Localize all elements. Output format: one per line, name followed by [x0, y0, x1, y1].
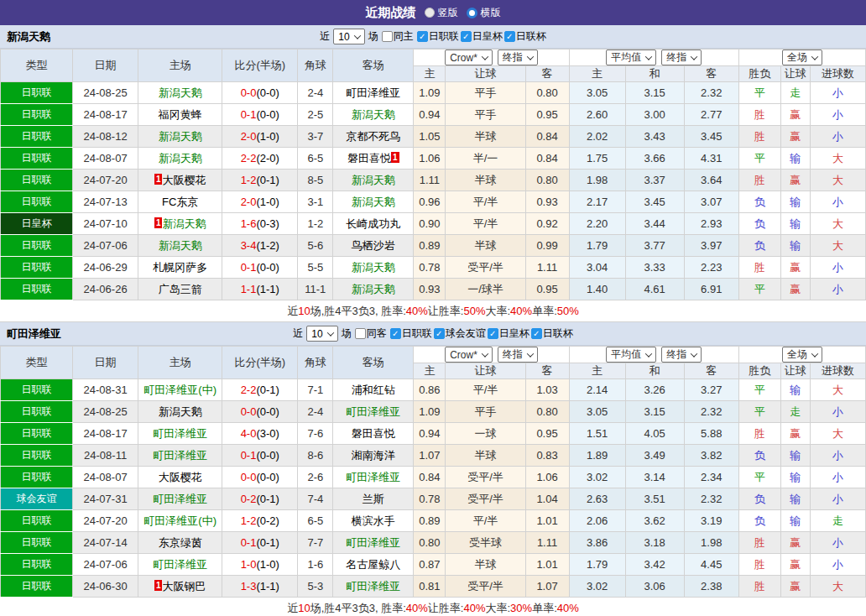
away-team-link[interactable]: 名古屋鲸八: [346, 558, 400, 571]
league-filter-label: 日皇杯: [499, 326, 530, 341]
away-team-link[interactable]: 湘南海洋: [352, 449, 395, 462]
fulltime-score: 1-0: [241, 558, 257, 571]
checkbox-checked-icon[interactable]: ✓: [531, 328, 542, 339]
home-team-link[interactable]: 大阪樱花: [162, 174, 206, 186]
same-venue-checkbox[interactable]: 同客: [355, 326, 387, 341]
away-team-link[interactable]: 京都不死鸟: [346, 130, 400, 143]
away-team-link[interactable]: 町田泽维亚: [346, 580, 400, 593]
away-team-link[interactable]: 新潟天鹅: [352, 261, 395, 274]
home-team-link[interactable]: 广岛三箭: [159, 283, 202, 295]
away-team-link[interactable]: 磐田喜悦: [347, 152, 391, 164]
home-team-link[interactable]: 大阪钢巴: [162, 580, 206, 593]
checkbox-checked-icon[interactable]: ✓: [390, 328, 401, 339]
away-team-link[interactable]: 町田泽维亚: [346, 471, 400, 483]
home-team-link[interactable]: 大阪樱花: [159, 471, 202, 483]
layout-radio-horizontal[interactable]: 横版: [467, 6, 501, 20]
home-team-link[interactable]: 新潟天鹅: [159, 405, 202, 418]
result-handicap: 赢: [780, 532, 810, 554]
home-team-link[interactable]: 新潟天鹅: [162, 217, 206, 230]
radio-selected-icon[interactable]: [467, 8, 477, 18]
table-row: 球会友谊 24-07-31 町田泽维亚 0-2(0-1) 7-4 兰斯 0.78…: [1, 488, 866, 510]
match-count-select[interactable]: 10: [333, 29, 364, 44]
home-team-link[interactable]: FC东京: [162, 196, 198, 208]
avg-home-odds: 3.02: [569, 576, 625, 598]
home-team-link[interactable]: 町田泽维亚: [153, 449, 207, 462]
away-team-link[interactable]: 町田泽维亚: [346, 86, 400, 99]
away-team-link[interactable]: 町田泽维亚: [346, 405, 400, 418]
checkbox-checked-icon[interactable]: ✓: [461, 31, 472, 42]
bookmaker-select[interactable]: Crow*: [445, 50, 493, 65]
avg-away-odds: 4.31: [684, 148, 738, 170]
odds-home: 1.11: [414, 170, 446, 191]
handicap-line: 半球: [446, 235, 525, 257]
handicap-line: 平/半: [446, 191, 525, 213]
fulltime-score: 3-4: [241, 239, 257, 252]
away-team-link[interactable]: 磐田喜悦: [352, 427, 395, 440]
away-team-link[interactable]: 新潟天鹅: [352, 174, 395, 186]
away-team-link[interactable]: 横滨水手: [352, 514, 395, 527]
layout-radio-vertical[interactable]: 竖版: [425, 6, 458, 20]
odds-time-select[interactable]: 终指: [498, 347, 538, 363]
corner-score: 7-6: [298, 423, 333, 445]
avg-time-select[interactable]: 终指: [661, 347, 702, 363]
away-team-link[interactable]: 新潟天鹅: [352, 196, 395, 208]
league-filter-checkbox[interactable]: ✓日职联: [390, 326, 432, 341]
halftime-score: (0-1): [256, 384, 279, 396]
home-team-link[interactable]: 町田泽维亚(中): [143, 514, 216, 527]
away-team-link[interactable]: 新潟天鹅: [352, 283, 395, 295]
radio-horizontal-label: 横版: [481, 6, 501, 20]
checkbox-checked-icon[interactable]: ✓: [488, 328, 498, 339]
result-handicap: 输: [780, 148, 810, 170]
result-wdl: 胜: [738, 423, 780, 445]
avg-home-odds: 2.60: [569, 104, 625, 126]
away-team-link[interactable]: 长崎成功丸: [346, 217, 400, 230]
near-label: 近: [293, 326, 303, 341]
same-venue-checkbox[interactable]: 同主: [382, 29, 414, 44]
checkbox-checked-icon[interactable]: ✓: [434, 328, 445, 339]
home-team-link[interactable]: 新潟天鹅: [159, 130, 202, 143]
home-team-cell: 町田泽维亚: [138, 554, 222, 576]
checkbox-checked-icon[interactable]: ✓: [504, 31, 515, 42]
average-select[interactable]: 平均值: [606, 347, 656, 363]
bookmaker-select[interactable]: Crow*: [445, 347, 493, 363]
match-count-select[interactable]: 10: [306, 326, 337, 342]
home-team-link[interactable]: 福冈黄蜂: [159, 108, 202, 121]
home-team-cell: 町田泽维亚: [138, 423, 222, 445]
avg-time-select[interactable]: 终指: [661, 50, 702, 65]
checkbox-unchecked-icon[interactable]: [355, 328, 366, 339]
handicap-line: 平手: [446, 82, 525, 104]
match-type-cell: 日职联: [1, 126, 73, 148]
home-team-link[interactable]: 新潟天鹅: [159, 239, 202, 252]
home-team-link[interactable]: 札幌冈萨多: [153, 261, 207, 274]
checkbox-checked-icon[interactable]: ✓: [417, 31, 428, 42]
col-avg-away: 客: [684, 66, 738, 82]
home-team-link[interactable]: 新潟天鹅: [159, 86, 202, 99]
home-team-cell: 町田泽维亚: [138, 488, 222, 510]
away-team-link[interactable]: 新潟天鹅: [352, 108, 395, 121]
period-select[interactable]: 全场: [782, 50, 822, 65]
col-wdl: 胜负: [738, 363, 780, 379]
away-team-link[interactable]: 町田泽维亚: [346, 536, 400, 549]
away-team-link[interactable]: 兰斯: [363, 493, 384, 505]
home-team-link[interactable]: 町田泽维亚(中): [143, 384, 216, 396]
avg-time-value: 终指: [666, 50, 686, 65]
league-filter-checkbox[interactable]: ✓球会友谊: [434, 326, 486, 341]
league-filter-checkbox[interactable]: ✓日联杯: [531, 326, 573, 341]
table-row: 日职联 24-06-29 札幌冈萨多 0-1(0-0) 5-5 新潟天鹅 0.7…: [1, 257, 866, 279]
home-team-link[interactable]: 新潟天鹅: [159, 152, 202, 164]
home-team-link[interactable]: 町田泽维亚: [153, 558, 207, 571]
home-team-link[interactable]: 町田泽维亚: [153, 493, 207, 505]
home-team-link[interactable]: 町田泽维亚: [153, 427, 207, 440]
league-filter-checkbox[interactable]: ✓日皇杯: [461, 29, 503, 44]
away-team-link[interactable]: 鸟栖沙岩: [352, 239, 395, 252]
league-filter-checkbox[interactable]: ✓日联杯: [504, 29, 546, 44]
league-filter-checkbox[interactable]: ✓日职联: [417, 29, 459, 44]
odds-time-select[interactable]: 终指: [498, 50, 538, 65]
radio-unselected-icon[interactable]: [425, 8, 435, 18]
period-select[interactable]: 全场: [782, 347, 822, 363]
checkbox-unchecked-icon[interactable]: [382, 31, 393, 42]
average-select[interactable]: 平均值: [606, 50, 656, 65]
league-filter-checkbox[interactable]: ✓日皇杯: [488, 326, 530, 341]
away-team-link[interactable]: 浦和红钻: [352, 384, 395, 396]
home-team-link[interactable]: 东京绿茵: [159, 536, 202, 549]
